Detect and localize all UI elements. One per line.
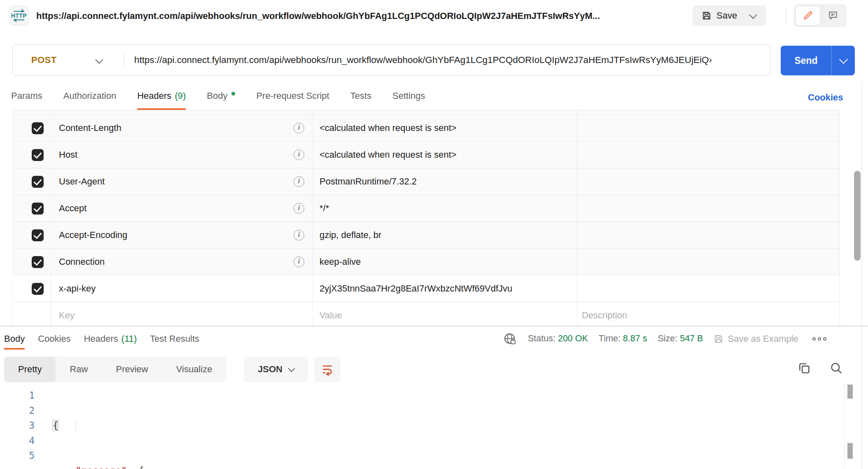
view-tab-visualize[interactable]: Visualize: [162, 357, 226, 382]
json-key: "message": [75, 465, 127, 469]
response-tab-bar: Body Cookies Headers (11) Test Results: [0, 328, 199, 350]
table-row: Accept-Encoding i gzip, deflate, br: [13, 222, 840, 249]
header-key[interactable]: Content-Length: [59, 123, 121, 133]
save-button-group: Save: [693, 5, 766, 26]
format-dropdown[interactable]: JSON: [244, 357, 308, 382]
line-number: 3: [0, 418, 35, 433]
header-enabled-checkbox[interactable]: [32, 256, 44, 268]
status-value: 200 OK: [558, 334, 588, 343]
status-label: Status:: [528, 334, 555, 343]
tab-params[interactable]: Params: [11, 82, 42, 110]
indent: [53, 465, 75, 469]
response-tab-cookies-label: Cookies: [38, 334, 70, 344]
table-row: Content-Length i <calculated when reques…: [13, 115, 840, 142]
send-button[interactable]: Send: [781, 46, 831, 75]
http-arrow-left-icon: [13, 19, 25, 23]
size-value: 547 B: [680, 334, 703, 343]
size-label: Size:: [658, 334, 677, 343]
edit-comment-toggle-group: [794, 4, 847, 27]
view-tab-pretty[interactable]: Pretty: [4, 357, 56, 382]
response-view-switcher: Pretty Raw Preview Visualize: [4, 357, 226, 382]
header-value[interactable]: <calculated when request is sent>: [320, 123, 457, 133]
response-tab-body[interactable]: Body: [4, 328, 25, 350]
header-value[interactable]: */*: [320, 203, 329, 214]
save-options-chevron-button[interactable]: [740, 5, 766, 26]
save-button[interactable]: Save: [693, 5, 740, 26]
header-key[interactable]: Accept-Encoding: [59, 230, 127, 240]
header-value[interactable]: keep-alive: [320, 257, 361, 267]
request-tab-bar: Params Authorization Headers (9) Body Pr…: [0, 82, 425, 110]
response-body-editor[interactable]: { "message": { "execution_id": "0122670e…: [53, 388, 406, 469]
column-divider: [577, 110, 577, 326]
status-badge: Status:200 OK: [528, 334, 588, 344]
header-enabled-checkbox[interactable]: [32, 122, 44, 134]
send-options-chevron-button[interactable]: [832, 46, 855, 75]
header-value[interactable]: <calculated when request is sent>: [320, 149, 457, 160]
wrap-text-button[interactable]: [314, 357, 341, 382]
header-enabled-checkbox[interactable]: [32, 149, 44, 161]
info-icon: i: [294, 123, 304, 133]
chevron-down-icon: [288, 365, 295, 372]
tab-headers-label: Headers: [137, 91, 171, 101]
save-as-example-label: Save as Example: [728, 334, 798, 344]
tab-body[interactable]: Body: [207, 82, 235, 110]
save-as-example-button[interactable]: Save as Example: [714, 334, 798, 344]
column-divider: [51, 110, 51, 326]
edit-mode-button[interactable]: [796, 6, 820, 26]
new-header-value-input[interactable]: Value: [320, 310, 342, 321]
headers-pane-scrollbar[interactable]: [854, 171, 861, 261]
response-tab-test-results[interactable]: Test Results: [150, 328, 199, 350]
comment-icon: [828, 10, 838, 21]
header-key[interactable]: Host: [59, 149, 77, 160]
more-actions-icon[interactable]: [812, 337, 826, 341]
line-number: 2: [0, 403, 35, 418]
code-scrollbar-thumb[interactable]: [847, 443, 853, 459]
new-header-key-input[interactable]: Key: [59, 310, 75, 321]
header-key[interactable]: Connection: [59, 257, 105, 267]
info-icon: i: [294, 176, 304, 187]
tab-settings[interactable]: Settings: [392, 82, 425, 110]
header-key[interactable]: User-Agent: [59, 176, 105, 187]
table-row: User-Agent i PostmanRuntime/7.32.2: [13, 168, 840, 195]
tab-authorization[interactable]: Authorization: [63, 82, 116, 110]
code-line: {: [53, 418, 406, 433]
method-selector[interactable]: POST: [31, 55, 57, 65]
view-tab-raw[interactable]: Raw: [56, 357, 102, 382]
tab-tests[interactable]: Tests: [350, 82, 371, 110]
header-key[interactable]: x-api-key: [59, 283, 96, 294]
response-tab-headers[interactable]: Headers (11): [84, 328, 137, 350]
new-header-description-input[interactable]: Description: [582, 310, 627, 321]
line-number: 5: [0, 448, 35, 463]
copy-response-button[interactable]: [795, 361, 814, 376]
method-chevron-down-icon[interactable]: [96, 57, 102, 64]
code-scrollbar-thumb[interactable]: [847, 385, 853, 399]
time-value: 8.87 s: [623, 334, 647, 343]
view-tab-preview[interactable]: Preview: [102, 357, 162, 382]
info-icon: i: [294, 230, 304, 240]
comments-button[interactable]: [821, 6, 845, 26]
header-value[interactable]: 2yjX35tnnSaa7Hr2g8EaI7rWxbzcNtWf69VdfJvu: [320, 283, 512, 294]
wrap-text-icon: [321, 363, 334, 376]
code-scrollbar-track-edge: [844, 384, 861, 384]
chevron-down-icon: [749, 11, 757, 19]
method-url-divider: [124, 51, 124, 69]
header-enabled-checkbox[interactable]: [32, 203, 44, 215]
request-response-divider[interactable]: [0, 326, 868, 327]
header-enabled-checkbox[interactable]: [32, 176, 44, 188]
response-tab-cookies[interactable]: Cookies: [38, 328, 70, 350]
table-row: x-api-key 2yjX35tnnSaa7Hr2g8EaI7rWxbzcNt…: [13, 275, 840, 302]
header-enabled-checkbox[interactable]: [32, 229, 44, 241]
header-key[interactable]: Accept: [59, 203, 86, 214]
url-input[interactable]: https://api.connect.fylamynt.com/api/web…: [134, 55, 766, 65]
tab-headers[interactable]: Headers (9): [137, 82, 186, 110]
code-line: "message": {: [53, 463, 406, 469]
copy-icon: [797, 361, 811, 375]
header-value[interactable]: gzip, deflate, br: [320, 230, 381, 240]
tab-pre-request-script[interactable]: Pre-request Script: [256, 82, 329, 110]
header-value[interactable]: PostmanRuntime/7.32.2: [320, 176, 417, 187]
network-globe-lock-icon[interactable]: [503, 332, 517, 346]
search-response-button[interactable]: [827, 361, 846, 376]
cookies-link[interactable]: Cookies: [808, 92, 843, 103]
header-enabled-checkbox[interactable]: [32, 283, 44, 295]
punctuation: : {: [127, 465, 144, 469]
